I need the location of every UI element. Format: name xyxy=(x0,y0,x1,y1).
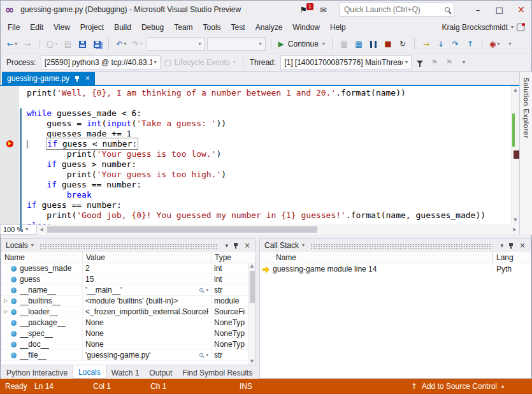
locals-row[interactable]: guess15int xyxy=(1,274,248,285)
code-text-area[interactable]: print('Well, {0}, I am thinking of a num… xyxy=(23,86,511,224)
toolbar-combo-2[interactable]: ▾ xyxy=(207,37,266,51)
column-header-language[interactable]: Lang xyxy=(492,252,531,263)
show-next-statement-button[interactable]: → xyxy=(420,37,433,51)
menu-item-tools[interactable]: Tools xyxy=(198,21,226,34)
save-button[interactable] xyxy=(76,37,89,51)
panel-dropdown-icon[interactable]: ▾ xyxy=(223,243,230,249)
value-visualizer-dropdown-icon[interactable]: ▾ xyxy=(206,288,208,293)
magnifier-icon[interactable] xyxy=(199,288,203,292)
locals-row[interactable]: __name__'__main__'▾str xyxy=(1,285,248,296)
toolbar-overflow-button[interactable]: ▾ xyxy=(503,37,516,51)
code-editor[interactable]: print('Well, {0}, I am thinking of a num… xyxy=(0,86,519,224)
new-file-button[interactable]: ▢▾ xyxy=(45,37,59,51)
locals-row[interactable]: ▷__loader__<_frozen_importlib_external.S… xyxy=(1,307,248,317)
column-header-type[interactable]: Type xyxy=(212,252,255,263)
debug-target-button[interactable]: ▦ xyxy=(338,37,350,51)
locals-row[interactable]: ▷__builtins__<module 'builtins' (built-i… xyxy=(1,296,248,307)
unflag-thread-button[interactable]: ⚑ xyxy=(443,55,456,69)
quick-launch-input[interactable] xyxy=(344,5,445,14)
breakpoints-window-button[interactable]: ◉▾ xyxy=(487,37,502,51)
scroll-down-icon[interactable]: ▼ xyxy=(248,360,255,364)
menu-item-file[interactable]: File xyxy=(3,21,25,34)
scrollbar-track[interactable] xyxy=(512,94,519,216)
code-line[interactable]: guesses_made += 1 xyxy=(27,129,511,139)
gutter-cell[interactable] xyxy=(0,221,19,231)
step-over-button[interactable]: ↷ xyxy=(449,37,462,51)
pin-icon[interactable] xyxy=(508,242,514,249)
pin-icon[interactable] xyxy=(75,75,80,82)
gutter-cell[interactable] xyxy=(0,108,19,119)
magnifier-icon[interactable] xyxy=(199,353,203,357)
pin-icon[interactable] xyxy=(233,242,239,249)
toolbar2-overflow-button[interactable]: ▾ xyxy=(457,55,470,69)
menu-item-view[interactable]: View xyxy=(48,21,75,34)
editor-horizontal-scrollbar[interactable]: ◀ ▶ xyxy=(37,224,519,235)
notifications-flag-icon[interactable]: ⚑ 1 xyxy=(299,5,307,15)
editor-vertical-scrollbar[interactable]: ▲ ▼ xyxy=(511,86,519,224)
callstack-row[interactable]: guessing-game module line 14Pyth xyxy=(260,263,531,275)
toolbar-combo-1[interactable]: ▾ xyxy=(147,37,205,51)
panel-tab-python-interactive[interactable]: Python Interactive xyxy=(1,365,73,379)
code-line[interactable]: if guess == number: xyxy=(27,180,511,190)
column-header-value[interactable]: Value xyxy=(83,252,212,263)
solution-explorer-collapsed-tab[interactable]: Solution Explorer xyxy=(519,72,532,235)
gutter-cell[interactable] xyxy=(0,129,19,139)
gutter-cell[interactable] xyxy=(0,170,19,180)
step-out-button[interactable]: ↑ xyxy=(464,37,477,51)
gutter-cell[interactable] xyxy=(0,200,19,210)
nav-back-button[interactable]: ←▾ xyxy=(5,37,19,51)
tab-guessing-game[interactable]: guessing-game.py × xyxy=(2,72,95,85)
locals-scrollbar[interactable]: ▲ ▼ xyxy=(248,263,255,365)
notifications-bell-icon[interactable] xyxy=(517,24,524,31)
gutter-cell[interactable] xyxy=(0,119,19,129)
column-header-name[interactable]: Name xyxy=(273,252,492,263)
close-icon[interactable]: × xyxy=(242,242,252,249)
panel-tab-watch-1[interactable]: Watch 1 xyxy=(106,365,145,379)
menu-item-analyze[interactable]: Analyze xyxy=(250,21,288,34)
save-all-button[interactable] xyxy=(90,37,103,51)
code-line[interactable]: print('Your guess is too low.') xyxy=(27,149,511,159)
close-icon[interactable]: × xyxy=(517,242,528,249)
menu-item-edit[interactable]: Edit xyxy=(25,21,48,34)
locals-row[interactable]: __file__'guessing-game.py'▾str xyxy=(1,350,248,361)
code-line[interactable]: if guess > number: xyxy=(27,159,511,170)
code-line[interactable]: while guesses_made < 6: xyxy=(27,108,511,119)
menu-item-test[interactable]: Test xyxy=(226,21,250,34)
stop-button[interactable]: ■ xyxy=(382,37,394,51)
panel-menu-icon[interactable]: ▾ xyxy=(302,243,305,248)
panel-tab-find-symbol-results[interactable]: Find Symbol Results xyxy=(177,365,257,379)
user-name[interactable]: Kraig Brockschmidt xyxy=(442,23,508,32)
code-line[interactable]: print('Good job, {0}! You guessed my num… xyxy=(27,210,511,221)
locals-row[interactable]: __package__NoneNoneType xyxy=(1,317,248,328)
scroll-up-icon[interactable]: ▲ xyxy=(248,264,255,268)
gutter-cell[interactable] xyxy=(0,190,19,200)
scroll-down-icon[interactable]: ▼ xyxy=(512,216,519,224)
menu-item-help[interactable]: Help xyxy=(325,21,351,34)
expand-icon[interactable]: ▷ xyxy=(4,309,11,314)
locals-panel-header[interactable]: Locals ▾ ▾ × xyxy=(1,239,255,252)
continue-button[interactable]: ▶ Continue ▾ xyxy=(277,37,327,51)
gutter-cell[interactable] xyxy=(0,139,19,149)
gutter-cell[interactable] xyxy=(0,88,19,98)
code-line[interactable]: if guess < number: xyxy=(27,139,511,149)
flag-thread-button[interactable]: ⚑ xyxy=(428,55,441,69)
column-header-name[interactable]: Name xyxy=(1,252,83,263)
breakpoint-icon[interactable] xyxy=(6,140,13,147)
locals-row[interactable]: __doc__NoneNoneType xyxy=(1,339,248,350)
process-combo[interactable]: [25590] python3 @ tcp://40.83.191 ▾ xyxy=(41,55,161,69)
gutter-cell[interactable] xyxy=(0,98,19,108)
nav-forward-button[interactable]: → xyxy=(21,37,34,51)
gutter-cell[interactable] xyxy=(0,210,19,221)
feedback-icon[interactable]: ✉ xyxy=(320,6,327,14)
lifecycle-events-button[interactable]: ▢ Lifecycle Events ▾ xyxy=(162,55,238,69)
maximize-button[interactable]: □ xyxy=(489,0,510,19)
panel-menu-icon[interactable]: ▾ xyxy=(31,243,34,248)
break-all-button[interactable] xyxy=(367,37,380,51)
breakpoint-gutter[interactable] xyxy=(0,86,19,224)
redo-button[interactable]: ↷▾ xyxy=(131,37,145,51)
thread-combo[interactable]: [1] [140017000875776] MainThreac ▾ xyxy=(280,55,412,69)
locals-row[interactable]: guesses_made2int xyxy=(1,263,248,274)
undo-button[interactable]: ↶▾ xyxy=(114,37,128,51)
panel-dropdown-icon[interactable]: ▾ xyxy=(498,243,505,249)
panel-tab-locals[interactable]: Locals xyxy=(73,365,106,379)
